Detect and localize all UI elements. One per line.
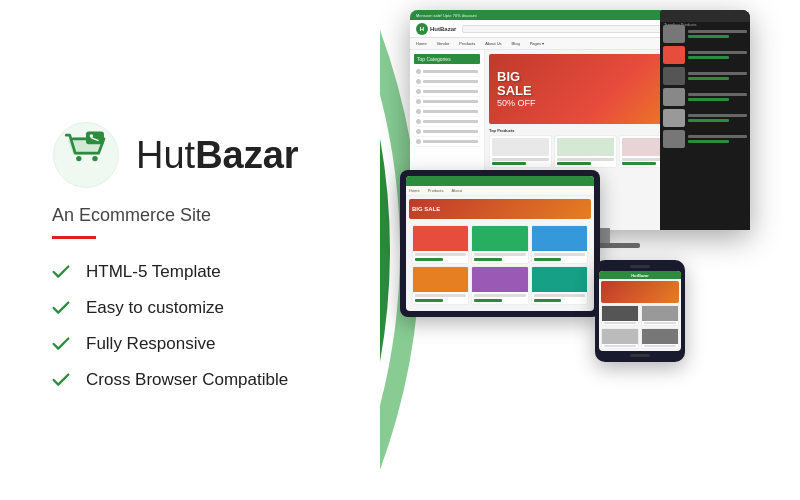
sidebar-header: Top Categories [414,54,480,64]
tablet-nav-home: Home [409,188,420,193]
trending-img-2 [663,46,685,64]
trending-products-panel: Trending Products [660,10,750,230]
checkmark-icon-1 [50,261,72,283]
red-divider [52,236,96,239]
tablet-card-5 [471,266,528,305]
trending-img-5 [663,109,685,127]
phone-card-1 [601,305,639,326]
trending-item-6 [663,130,747,148]
phone-card-4 [641,328,679,349]
checkmark-icon-4 [50,369,72,391]
logo-area: HutBazar [50,119,340,191]
nav-link-products: Products [459,41,475,46]
tablet-card-6 [531,266,588,305]
feature-label-2: Easy to customize [86,298,224,318]
product-card-mini-2 [554,135,617,168]
feature-item-4: Cross Browser Compatible [50,369,340,391]
trending-img-6 [663,130,685,148]
trending-item-2 [663,46,747,64]
tablet-screen: Home Products About BIG SALE [406,176,594,311]
tablet-device: Home Products About BIG SALE [400,170,600,317]
tablet-nav-about: About [451,188,461,193]
trending-header: Trending Products [660,10,750,22]
brand-logo-icon [50,119,122,191]
banner-big-text: BIGSALE [497,70,536,99]
product-card-mini-1 [489,135,552,168]
svg-point-2 [92,156,97,161]
feature-label-1: HTML-5 Template [86,262,221,282]
trending-item-1 [663,25,747,43]
trending-item-3 [663,67,747,85]
banner-percent: 50% OFF [497,98,536,108]
tablet-card-2 [471,225,528,264]
monitor-brand-mini: HutBazar [430,26,456,32]
tablet-products-grid [409,222,591,308]
feature-label-4: Cross Browser Compatible [86,370,288,390]
tablet-card-1 [412,225,469,264]
svg-rect-3 [86,132,104,145]
feature-label-3: Fully Responsive [86,334,215,354]
phone-brand-text: HutBazar [631,273,649,278]
announce-bar-text: Monsoon sale! Upto 70% discount [416,13,477,18]
trending-img-3 [663,67,685,85]
checkmark-icon-2 [50,297,72,319]
phone-screen: HutBazar [599,271,681,351]
tagline-text: An Ecommerce Site [52,205,340,226]
nav-link-about: About Us [485,41,501,46]
left-panel: HutBazar An Ecommerce Site HTML-5 Templa… [0,0,380,500]
phone-nav-bar: HutBazar [599,271,681,279]
tablet-banner-text: BIG SALE [412,206,440,212]
tablet-nav-bar [406,176,594,186]
nav-link-vendor: Vendor [437,41,450,46]
trending-items-list [660,22,750,151]
tablet-nav-products: Products [428,188,444,193]
trending-item-5 [663,109,747,127]
features-list: HTML-5 Template Easy to customize Fully … [50,261,340,391]
feature-item-2: Easy to customize [50,297,340,319]
trending-img-4 [663,88,685,106]
phone-card-3 [601,328,639,349]
trending-img-1 [663,25,685,43]
nav-link-home: Home [416,41,427,46]
svg-point-4 [90,134,94,138]
brand-name-part1: Hut [136,134,195,176]
tablet-card-3 [531,225,588,264]
nav-link-blog: Blog [512,41,520,46]
feature-item-3: Fully Responsive [50,333,340,355]
brand-name-part2: Bazar [195,134,299,176]
phone-content [599,279,681,351]
trending-item-4 [663,88,747,106]
phone-products-grid [601,305,679,349]
brand-name: HutBazar [136,134,299,177]
phone-hero-banner [601,281,679,303]
tablet-card-4 [412,266,469,305]
svg-point-1 [76,156,81,161]
feature-item-1: HTML-5 Template [50,261,340,283]
phone-card-2 [641,305,679,326]
device-mockup-container: Monsoon sale! Upto 70% discount Save 75%… [390,10,800,480]
checkmark-icon-3 [50,333,72,355]
phone-device: HutBazar [595,260,685,362]
right-panel: Monsoon sale! Upto 70% discount Save 75%… [380,0,800,500]
nav-link-pages: Pages ▾ [530,41,544,46]
